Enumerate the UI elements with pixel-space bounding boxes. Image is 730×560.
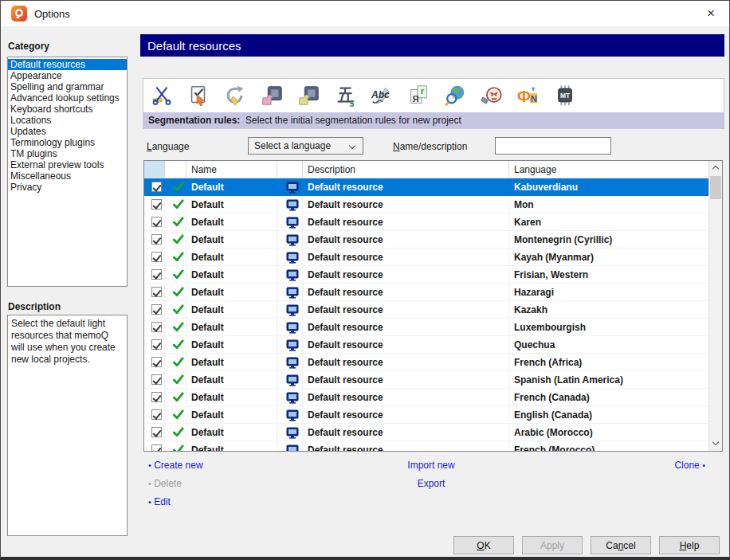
table-header: Name Description Language: [144, 161, 708, 178]
active-check-icon: [172, 251, 184, 263]
apply-button[interactable]: Apply: [522, 536, 583, 554]
export-link[interactable]: Export: [320, 478, 543, 489]
clone-link[interactable]: Clone •: [674, 460, 705, 471]
col-name-header[interactable]: Name: [186, 161, 277, 178]
row-checkbox[interactable]: [151, 252, 162, 262]
scrollbar-thumb[interactable]: [710, 176, 721, 199]
table-row[interactable]: Default Default resource Kayah (Myanmar): [144, 249, 708, 266]
segmentation-rules-icon[interactable]: [149, 83, 175, 108]
active-check-icon: [172, 391, 184, 403]
svg-text:r: r: [421, 86, 425, 96]
row-language: French (Africa): [509, 354, 708, 371]
active-check-icon: [172, 444, 184, 451]
col-active-header: [165, 161, 186, 178]
row-checkbox[interactable]: [151, 304, 162, 315]
row-checkbox[interactable]: [151, 339, 162, 350]
table-row[interactable]: Default Default resource Mon: [144, 196, 708, 213]
close-button[interactable]: ×: [693, 1, 729, 25]
local-resource-icon: [286, 216, 299, 229]
active-check-icon: [172, 286, 184, 298]
name-description-input[interactable]: [495, 137, 611, 155]
row-language: French (Canada): [509, 389, 708, 406]
sidebar-item-spelling-and-grammar[interactable]: Spelling and grammar: [8, 81, 127, 92]
table-row[interactable]: Default Default resource French (Canada): [144, 389, 708, 406]
row-checkbox[interactable]: [151, 217, 162, 227]
row-checkbox[interactable]: [151, 269, 162, 280]
web-search-settings-icon[interactable]: [442, 83, 468, 108]
row-description: Default resource: [303, 441, 509, 451]
window-title: Options: [34, 8, 70, 20]
resource-toolbar: 5 Abc Я r: [143, 78, 724, 129]
auto-translation-rules-icon[interactable]: [222, 83, 248, 108]
row-description: Default resource: [303, 249, 509, 266]
table-row[interactable]: Default Default resource Karen: [144, 213, 708, 231]
sidebar-item-updates[interactable]: Updates: [8, 126, 127, 137]
number-formats-icon[interactable]: 5: [332, 83, 358, 108]
import-new-link[interactable]: Import new: [320, 460, 543, 471]
col-description-header[interactable]: Description: [303, 161, 509, 178]
sidebar-item-keyboard-shortcuts[interactable]: Keyboard shortcuts: [8, 104, 127, 115]
sidebar-item-default-resources[interactable]: Default resources: [8, 59, 127, 70]
sidebar-item-privacy[interactable]: Privacy: [8, 182, 127, 193]
cancel-button[interactable]: Cancel: [591, 536, 651, 554]
sidebar-item-locations[interactable]: Locations: [8, 115, 127, 126]
row-language: Spanish (Latin America): [509, 371, 708, 389]
row-checkbox[interactable]: [151, 427, 162, 437]
edit-link[interactable]: • Edit: [148, 496, 171, 507]
create-new-link[interactable]: • Create new: [148, 460, 203, 471]
table-row[interactable]: Default Default resource Montenegrin (Cy…: [144, 231, 708, 249]
table-row[interactable]: Default Default resource French (Africa): [144, 354, 708, 371]
ignore-lists-icon[interactable]: Abc: [369, 83, 394, 108]
row-checkbox[interactable]: [151, 374, 162, 385]
sidebar-item-miscellaneous[interactable]: Miscellaneous: [8, 170, 127, 182]
language-select[interactable]: Select a language: [248, 137, 363, 155]
page-title: Default resources: [140, 34, 724, 57]
export-path-rules-icon[interactable]: Я r: [406, 83, 431, 108]
row-name: Default: [186, 284, 277, 301]
local-resource-icon: [286, 233, 299, 246]
col-language-header[interactable]: Language: [509, 161, 708, 178]
row-name: Default: [186, 249, 277, 266]
sidebar-item-tm-plugins[interactable]: TM plugins: [8, 148, 127, 159]
row-description: Default resource: [303, 424, 509, 441]
table-row[interactable]: Default Default resource Spanish (Latin …: [144, 371, 708, 389]
table-row[interactable]: Default Default resource Hazaragi: [144, 284, 708, 301]
row-language: Quechua: [509, 336, 708, 354]
delete-link[interactable]: • Delete: [148, 478, 182, 489]
machine-translation-icon[interactable]: MT: [552, 83, 578, 108]
table-row[interactable]: Default Default resource French (Morocco…: [144, 441, 708, 451]
table-row[interactable]: Default Default resource English (Canada…: [144, 406, 708, 424]
table-row[interactable]: Default Default resource Frisian, Wester…: [144, 266, 708, 284]
category-listbox: Default resourcesAppearanceSpelling and …: [7, 57, 128, 287]
table-row[interactable]: Default Default resource Quechua: [144, 336, 708, 354]
auto-correct-lists-icon[interactable]: [296, 83, 321, 108]
table-row[interactable]: Default Default resource Kabuverdianu: [144, 178, 708, 196]
font-substitution-icon[interactable]: Φ N: [516, 83, 541, 108]
scrollbar-down-button[interactable]: [709, 437, 722, 451]
row-checkbox[interactable]: [151, 357, 162, 367]
row-checkbox[interactable]: [151, 234, 162, 245]
active-check-icon: [172, 339, 184, 350]
qa-settings-icon[interactable]: [186, 83, 211, 108]
sidebar-item-appearance[interactable]: Appearance: [8, 70, 127, 81]
ok-button[interactable]: OK: [453, 536, 514, 554]
help-button[interactable]: Help: [659, 536, 720, 554]
table-row[interactable]: Default Default resource Kazakh: [144, 301, 708, 319]
lqa-models-icon[interactable]: [479, 83, 504, 108]
non-translatable-lists-icon[interactable]: [259, 83, 285, 108]
row-checkbox[interactable]: [151, 444, 162, 451]
table-row[interactable]: Default Default resource Luxembourgish: [144, 319, 708, 336]
sidebar-item-external-preview-tools[interactable]: External preview tools: [8, 159, 127, 170]
row-checkbox[interactable]: [151, 199, 162, 210]
row-checkbox[interactable]: [151, 392, 162, 402]
table-row[interactable]: Default Default resource Arabic (Morocco…: [144, 424, 708, 441]
row-checkbox[interactable]: [151, 322, 162, 332]
row-checkbox[interactable]: [151, 182, 162, 192]
sidebar-item-advanced-lookup-settings[interactable]: Advanced lookup settings: [8, 92, 127, 104]
sidebar-item-terminology-plugins[interactable]: Terminology plugins: [8, 137, 127, 148]
resources-table: Name Description Language Default: [143, 160, 723, 452]
scrollbar-up-button[interactable]: [709, 161, 722, 174]
vertical-scrollbar[interactable]: [708, 161, 722, 451]
row-checkbox[interactable]: [151, 409, 162, 420]
row-checkbox[interactable]: [151, 287, 162, 297]
